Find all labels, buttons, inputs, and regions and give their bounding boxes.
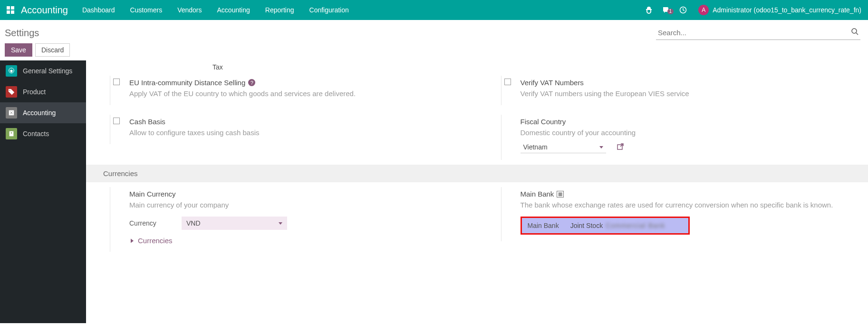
sidebar-item-label: Contacts bbox=[23, 130, 49, 138]
tax-label: Tax bbox=[212, 63, 223, 71]
control-panel: Settings Save Discard bbox=[0, 20, 868, 60]
menu-customers[interactable]: Customers bbox=[122, 1, 170, 19]
setting-title: Verify VAT Numbers bbox=[521, 79, 584, 87]
help-icon[interactable]: ? bbox=[248, 79, 255, 86]
user-menu[interactable]: A Administrator (odoo15_to_bank_currency… bbox=[692, 5, 868, 15]
svg-point-6 bbox=[10, 69, 12, 72]
accounting-icon bbox=[6, 107, 17, 119]
fiscal-country-select[interactable]: Vietnam bbox=[521, 141, 606, 153]
menu-reporting[interactable]: Reporting bbox=[258, 1, 302, 19]
setting-main-bank: Main Bank ▦ The bank whose exchange rate… bbox=[501, 187, 859, 241]
main-area: General Settings Product Accounting Cont… bbox=[0, 60, 868, 323]
setting-title: EU Intra-community Distance Selling bbox=[129, 79, 245, 87]
currencies-link-label: Currencies bbox=[138, 237, 173, 245]
setting-desc: Verify VAT numbers using the European VI… bbox=[521, 89, 689, 99]
messaging-badge: 1 bbox=[667, 9, 674, 14]
sidebar-item-label: Accounting bbox=[23, 109, 56, 117]
currency-value: VND bbox=[186, 219, 201, 227]
setting-title: Fiscal Country bbox=[521, 118, 566, 126]
main-bank-value-hidden: Commercial Bank bbox=[606, 222, 665, 229]
menu-configuration[interactable]: Configuration bbox=[302, 1, 357, 19]
currency-select[interactable]: VND bbox=[182, 217, 287, 230]
setting-desc: Main currency of your company bbox=[129, 200, 287, 210]
chevron-down-icon bbox=[279, 222, 282, 225]
svg-rect-9 bbox=[10, 131, 14, 137]
avatar: A bbox=[698, 5, 709, 15]
svg-rect-1 bbox=[11, 6, 14, 10]
sidebar-item-accounting[interactable]: Accounting bbox=[0, 102, 86, 123]
activities-icon[interactable] bbox=[675, 6, 692, 14]
sidebar-item-general-settings[interactable]: General Settings bbox=[0, 60, 86, 81]
gear-icon bbox=[6, 65, 17, 77]
setting-verify-vat: Verify VAT Numbers Verify VAT numbers us… bbox=[501, 76, 859, 105]
sidebar-item-product[interactable]: Product bbox=[0, 81, 86, 102]
currency-field-label: Currency bbox=[129, 219, 175, 227]
main-bank-field-label: Main Bank bbox=[528, 222, 559, 229]
svg-point-5 bbox=[852, 29, 857, 33]
sidebar-item-label: Product bbox=[23, 88, 46, 96]
setting-fiscal-country: Fiscal Country Domestic country of your … bbox=[501, 115, 859, 160]
breadcrumb: Settings bbox=[5, 28, 70, 39]
setting-title: Main Currency bbox=[129, 190, 176, 198]
user-label: Administrator (odoo15_to_bank_currency_r… bbox=[713, 6, 861, 14]
discard-button[interactable]: Discard bbox=[35, 43, 70, 57]
svg-point-7 bbox=[10, 90, 10, 91]
setting-desc: The bank whose exchange rates are used f… bbox=[521, 200, 833, 210]
sidebar-item-label: General Settings bbox=[23, 67, 72, 75]
fiscal-country-value: Vietnam bbox=[523, 143, 548, 151]
chevron-down-icon bbox=[599, 146, 603, 148]
apps-icon[interactable] bbox=[0, 6, 21, 14]
save-button[interactable]: Save bbox=[5, 43, 32, 57]
setting-title: Main Bank bbox=[521, 190, 554, 198]
main-bank-highlight: Main Bank Joint Stock Commercial Bank bbox=[521, 217, 690, 235]
svg-rect-2 bbox=[7, 10, 10, 14]
setting-cash-basis: Cash Basis Allow to configure taxes usin… bbox=[110, 115, 468, 144]
setting-desc: Domestic country of your accounting bbox=[521, 128, 636, 138]
search-container bbox=[656, 26, 860, 40]
section-currencies: Currencies bbox=[86, 165, 868, 182]
search-input[interactable] bbox=[656, 26, 860, 40]
settings-content: Tax EU Intra-community Distance Selling … bbox=[86, 60, 868, 323]
setting-title: Cash Basis bbox=[129, 118, 165, 126]
contacts-icon bbox=[6, 128, 17, 139]
svg-rect-0 bbox=[7, 6, 10, 10]
sidebar-item-contacts[interactable]: Contacts bbox=[0, 123, 86, 144]
menu-accounting[interactable]: Accounting bbox=[210, 1, 258, 19]
main-bank-select[interactable]: Joint Stock Commercial Bank bbox=[570, 222, 665, 229]
checkbox-verify-vat[interactable] bbox=[504, 79, 511, 85]
setting-main-currency: Main Currency Main currency of your comp… bbox=[110, 187, 468, 252]
tag-icon bbox=[6, 86, 17, 98]
building-icon: ▦ bbox=[557, 191, 564, 198]
svg-point-10 bbox=[11, 132, 12, 134]
top-navbar: Accounting Dashboard Customers Vendors A… bbox=[0, 0, 868, 20]
menu-vendors[interactable]: Vendors bbox=[170, 1, 209, 19]
setting-desc: Apply VAT of the EU country to which goo… bbox=[129, 89, 356, 99]
settings-sidebar: General Settings Product Accounting Cont… bbox=[0, 60, 86, 323]
checkbox-eu-distance-selling[interactable] bbox=[113, 79, 120, 85]
currencies-link[interactable]: Currencies bbox=[129, 237, 173, 245]
debug-icon[interactable] bbox=[640, 6, 657, 14]
messaging-icon[interactable]: 1 bbox=[657, 6, 675, 14]
external-link-icon[interactable] bbox=[617, 143, 624, 152]
checkbox-cash-basis[interactable] bbox=[113, 118, 120, 124]
menu-dashboard[interactable]: Dashboard bbox=[75, 1, 123, 19]
setting-desc: Allow to configure taxes using cash basi… bbox=[129, 128, 259, 138]
main-menu: Dashboard Customers Vendors Accounting R… bbox=[75, 1, 357, 19]
svg-rect-3 bbox=[11, 10, 14, 14]
app-title[interactable]: Accounting bbox=[21, 5, 75, 16]
search-icon[interactable] bbox=[851, 28, 858, 37]
main-bank-value-prefix: Joint Stock bbox=[570, 222, 603, 229]
setting-eu-distance-selling: EU Intra-community Distance Selling ? Ap… bbox=[110, 76, 468, 105]
